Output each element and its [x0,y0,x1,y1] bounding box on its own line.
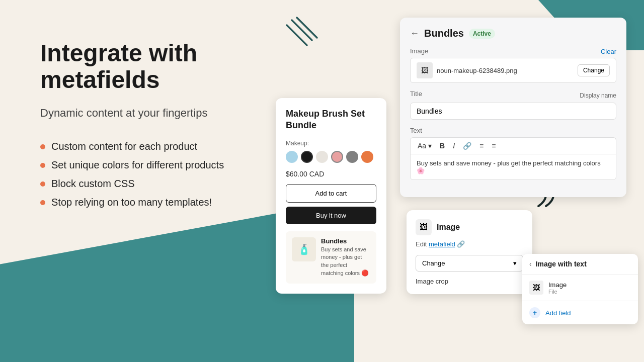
image-thumbnail: 🖼 [417,62,433,78]
text-field-label: Text [410,127,616,134]
bundle-dot: 🔴 [361,269,369,277]
swatch-cream[interactable] [316,151,328,163]
image-field-label: Image [410,47,428,55]
text-content[interactable]: Buy sets and save money - plus get the p… [410,154,616,180]
panel-title: Bundles [424,28,464,39]
iwt-panel-title: Image with text [536,260,587,268]
admin-bundles-panel: ← Bundles Active Image Clear 🖼 noun-make… [400,18,626,197]
title-section: Title Display name [410,90,616,120]
list-item: Custom content for each product [40,141,267,152]
bundle-title: Bundles [321,237,370,245]
image-section: Image Clear 🖼 noun-makeup-6238489.png Ch… [410,47,616,83]
mf-icon-row: 🖼 Image [416,219,523,235]
list-item: Set unique colors for different products [40,159,267,171]
panel-header: ← Bundles Active [410,28,616,39]
title-row: Title Display name [410,90,616,101]
italic-button[interactable]: I [451,141,457,151]
bullet-dot [40,182,45,187]
bundle-card: 🧴 Bundles Buy sets and save money - plus… [286,231,376,284]
title-field-label: Title [410,90,422,98]
bundle-info: Bundles Buy sets and save money - plus g… [321,237,370,278]
bullet-dot [40,163,45,168]
feature-list: Custom content for each product Set uniq… [40,141,267,208]
iwt-item-icon: 🖼 [529,281,543,295]
image-with-text-panel: ‹ Image with text 🖼 Image File + Add fie… [522,254,638,324]
back-button[interactable]: ← [410,28,419,39]
add-to-cart-button[interactable]: Add to cart [286,184,376,203]
subtitle: Dynamic content at your fingertips [40,106,267,121]
add-field-row[interactable]: + Add field [522,301,638,324]
metafield-edit-link[interactable]: metafield [429,240,455,248]
mf-title: Image [437,223,460,232]
main-title: Integrate with metafields [40,40,267,94]
ordered-list-button[interactable]: ≡ [490,141,498,151]
swatch-gray[interactable] [346,151,358,163]
list-item: Stop relying on too many templates! [40,197,267,208]
scratch-marks-decoration [282,15,322,57]
price-display: $60.00 CAD [286,170,376,178]
add-field-label: Add field [545,309,571,317]
active-badge: Active [469,29,495,39]
swatch-pink[interactable] [331,151,343,163]
iwt-back-button[interactable]: ‹ [529,260,532,268]
image-name: 🖼 noun-makeup-6238489.png [417,62,517,78]
add-field-icon: + [529,307,540,318]
mf-icon: 🖼 [416,219,432,235]
image-field: 🖼 noun-makeup-6238489.png Change [410,58,616,83]
change-dropdown[interactable]: Change ▾ [416,255,523,272]
link-button[interactable]: 🔗 [461,141,473,151]
iwt-item-name: Image [548,281,567,289]
bundle-icon: 🧴 [292,237,316,261]
chevron-down-icon: ▾ [513,259,517,267]
text-section: Text Aa ▾ B I 🔗 ≡ ≡ Buy sets and save mo… [410,127,616,180]
color-swatches [286,151,376,163]
product-card: Makeup Brush Set Bundle Makeup: $60.00 C… [276,98,386,294]
makeup-label: Makeup: [286,140,376,147]
bundle-text: Buy sets and save money - plus get the p… [321,246,370,278]
image-crop-label: Image crop [416,278,523,285]
iwt-image-item[interactable]: 🖼 Image File [522,275,638,301]
list-item: Block custom CSS [40,178,267,190]
swatch-light-blue[interactable] [286,151,298,163]
product-title: Makeup Brush Set Bundle [286,108,376,132]
title-input[interactable] [410,103,616,120]
iwt-panel-header: ‹ Image with text [522,254,638,275]
bullet-dot [40,200,45,205]
image-change-button[interactable]: Change [578,64,610,76]
bold-button[interactable]: B [438,141,447,151]
svg-line-2 [287,25,307,45]
clear-link[interactable]: Clear [601,48,616,55]
swatch-black[interactable] [301,151,313,163]
swatch-orange[interactable] [361,151,373,163]
left-content: Integrate with metafields Dynamic conten… [40,40,267,215]
mf-edit-row: Edit metafield 🔗 [416,240,523,248]
buy-it-now-button[interactable]: Buy it now [286,207,376,224]
text-toolbar: Aa ▾ B I 🔗 ≡ ≡ [410,137,616,154]
iwt-item-info: Image File [548,281,567,295]
iwt-item-type: File [548,289,567,295]
display-name-label: Display name [580,92,616,99]
font-size-button[interactable]: Aa ▾ [416,141,434,151]
bullet-dot [40,144,45,149]
metafield-panel: 🖼 Image Edit metafield 🔗 Change ▾ Image … [407,210,532,294]
list-button[interactable]: ≡ [477,141,486,151]
